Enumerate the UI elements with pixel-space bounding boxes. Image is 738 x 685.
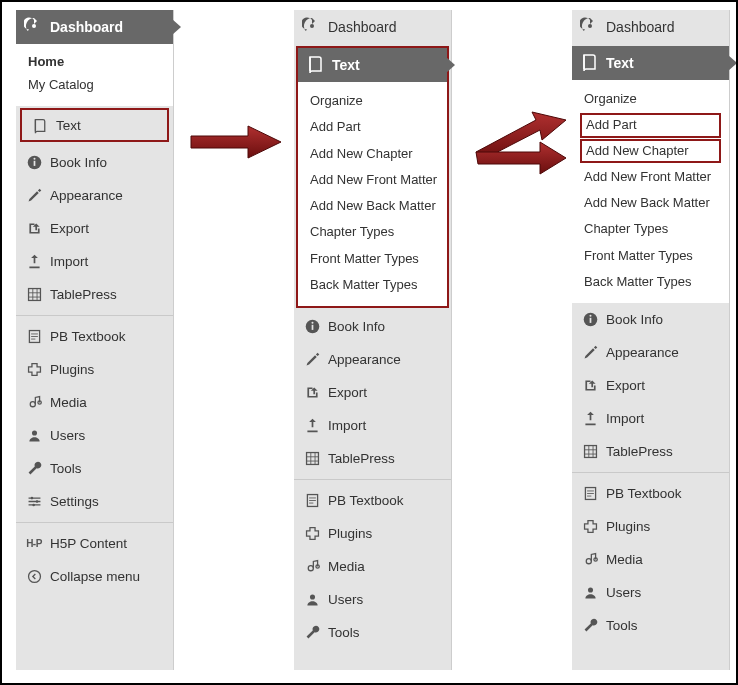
menu-text-active-3[interactable]: Text	[572, 46, 729, 80]
info-icon	[302, 318, 322, 335]
svg-point-9	[30, 497, 33, 500]
sub-addnewfront-3[interactable]: Add New Front Matter	[576, 164, 725, 190]
menu-appearance-label: Appearance	[50, 188, 123, 203]
menu-tools-3[interactable]: Tools	[572, 609, 729, 642]
menu-export-label: Export	[50, 221, 89, 236]
book-icon	[580, 52, 600, 75]
submenu-home[interactable]: Home	[22, 50, 173, 73]
admin-menu-panel-3: Dashboard Text Organize Add Part Add New…	[572, 10, 730, 670]
menu-appearance-label-2: Appearance	[328, 352, 401, 367]
menu-pbtextbook[interactable]: PB Textbook	[16, 320, 173, 353]
menu-export[interactable]: Export	[16, 212, 173, 245]
book-icon	[30, 117, 50, 134]
sub-backmattertypes-3[interactable]: Back Matter Types	[576, 269, 725, 295]
menu-import-label-3: Import	[606, 411, 644, 426]
menu-divider	[16, 315, 173, 316]
wrench-icon	[580, 617, 600, 634]
menu-export-3[interactable]: Export	[572, 369, 729, 402]
svg-point-11	[32, 504, 35, 507]
menu-collapse[interactable]: Collapse menu	[16, 560, 173, 593]
menu-divider-2b	[294, 479, 451, 480]
submenu-mycatalog[interactable]: My Catalog	[22, 73, 173, 96]
menu-bookinfo-2[interactable]: Book Info	[294, 310, 451, 343]
collapse-icon	[24, 568, 44, 585]
menu-users[interactable]: Users	[16, 419, 173, 452]
table-icon	[24, 286, 44, 303]
sub-frontmattertypes-3[interactable]: Front Matter Types	[576, 243, 725, 269]
menu-tablepress-3[interactable]: TablePress	[572, 435, 729, 468]
menu-pbtextbook-label-2: PB Textbook	[328, 493, 404, 508]
dashboard-icon	[302, 16, 322, 39]
menu-media-3[interactable]: Media	[572, 543, 729, 576]
user-icon	[24, 427, 44, 444]
menu-tablepress-2[interactable]: TablePress	[294, 442, 451, 475]
menu-pbtextbook-3[interactable]: PB Textbook	[572, 477, 729, 510]
menu-tablepress-label-3: TablePress	[606, 444, 673, 459]
menu-divider-2	[16, 522, 173, 523]
menu-users-label-2: Users	[328, 592, 363, 607]
highlight-addpart[interactable]: Add Part	[580, 113, 721, 137]
menu-bookinfo-label: Book Info	[50, 155, 107, 170]
menu-plugins-label-2: Plugins	[328, 526, 372, 541]
menu-tablepress[interactable]: TablePress	[16, 278, 173, 311]
menu-dashboard[interactable]: Dashboard	[16, 10, 173, 44]
menu-text[interactable]: Text	[22, 110, 167, 140]
menu-media-2[interactable]: Media	[294, 550, 451, 583]
sub-addpart[interactable]: Add Part	[304, 114, 447, 140]
menu-plugins-3[interactable]: Plugins	[572, 510, 729, 543]
menu-import-3[interactable]: Import	[572, 402, 729, 435]
menu-plugins-2[interactable]: Plugins	[294, 517, 451, 550]
menu-users-3[interactable]: Users	[572, 576, 729, 609]
menu-text-label: Text	[56, 118, 81, 133]
svg-point-21	[309, 594, 314, 599]
brush-icon	[24, 187, 44, 204]
text-submenu-2: Organize Add Part Add New Chapter Add Ne…	[298, 82, 447, 306]
menu-tools[interactable]: Tools	[16, 452, 173, 485]
menu-dashboard-3[interactable]: Dashboard	[572, 10, 729, 44]
menu-text-active-2[interactable]: Text	[298, 48, 447, 82]
sub-backmattertypes[interactable]: Back Matter Types	[304, 272, 447, 298]
menu-pbtextbook-2[interactable]: PB Textbook	[294, 484, 451, 517]
menu-appearance-2[interactable]: Appearance	[294, 343, 451, 376]
menu-import-2[interactable]: Import	[294, 409, 451, 442]
menu-media-label-2: Media	[328, 559, 365, 574]
menu-tools-2[interactable]: Tools	[294, 616, 451, 649]
sub-addnewback[interactable]: Add New Back Matter	[304, 193, 447, 219]
menu-bookinfo-3[interactable]: Book Info	[572, 303, 729, 336]
menu-media[interactable]: Media	[16, 386, 173, 419]
menu-appearance-3[interactable]: Appearance	[572, 336, 729, 369]
table-icon	[580, 443, 600, 460]
page-icon	[24, 328, 44, 345]
sub-chaptertypes[interactable]: Chapter Types	[304, 219, 447, 245]
menu-import[interactable]: Import	[16, 245, 173, 278]
svg-point-0	[32, 24, 36, 28]
menu-import-label: Import	[50, 254, 88, 269]
menu-export-2[interactable]: Export	[294, 376, 451, 409]
menu-tablepress-label-2: TablePress	[328, 451, 395, 466]
sub-chaptertypes-3[interactable]: Chapter Types	[576, 216, 725, 242]
svg-point-16	[311, 322, 313, 324]
menu-h5p[interactable]: H-P H5P Content	[16, 527, 173, 560]
sub-frontmattertypes[interactable]: Front Matter Types	[304, 246, 447, 272]
admin-menu-panel-1: Dashboard Home My Catalog Text Book Info…	[16, 10, 174, 670]
menu-appearance[interactable]: Appearance	[16, 179, 173, 212]
svg-rect-17	[306, 453, 318, 465]
export-icon	[302, 384, 322, 401]
svg-point-28	[586, 559, 591, 564]
export-icon	[580, 377, 600, 394]
menu-users-2[interactable]: Users	[294, 583, 451, 616]
sub-organize-3[interactable]: Organize	[576, 86, 725, 112]
menu-plugins[interactable]: Plugins	[16, 353, 173, 386]
sub-addnewback-3[interactable]: Add New Back Matter	[576, 190, 725, 216]
sub-organize[interactable]: Organize	[304, 88, 447, 114]
menu-bookinfo[interactable]: Book Info	[16, 146, 173, 179]
sub-addnewfront[interactable]: Add New Front Matter	[304, 167, 447, 193]
menu-settings[interactable]: Settings	[16, 485, 173, 518]
media-icon	[302, 558, 322, 575]
wrench-icon	[24, 460, 44, 477]
sub-addnewchapter[interactable]: Add New Chapter	[304, 141, 447, 167]
highlight-addnewchapter[interactable]: Add New Chapter	[580, 139, 721, 163]
menu-h5p-label: H5P Content	[50, 536, 127, 551]
menu-bookinfo-label-2: Book Info	[328, 319, 385, 334]
menu-dashboard-2[interactable]: Dashboard	[294, 10, 451, 44]
